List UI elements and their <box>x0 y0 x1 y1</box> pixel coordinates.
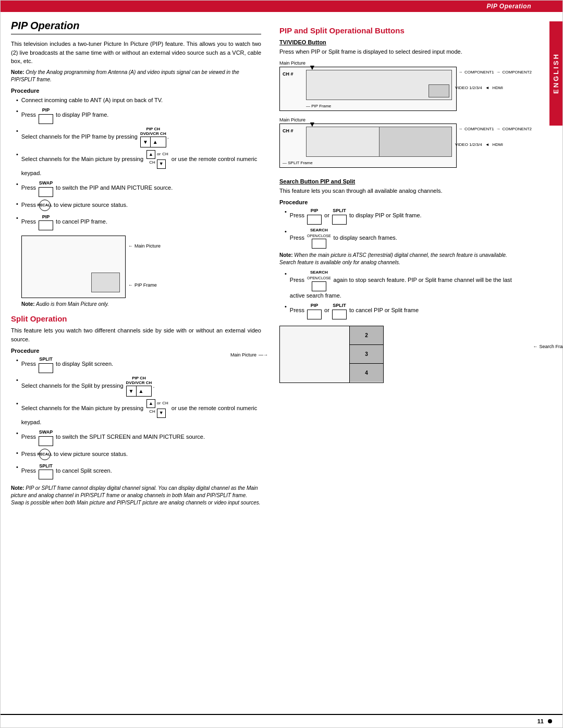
right-column: PIP and Split Operational Buttons TV/VID… <box>277 20 548 706</box>
pip-cancel-button-inline: PIP <box>39 214 53 231</box>
tv-video-diagram-split: Main Picture ▼ CH # — SPLIT Frame <box>279 117 522 168</box>
main-content: PIP Operation This television includes a… <box>1 12 562 714</box>
list-item: Press PIP or SPLIT to display PIP or Spl… <box>285 207 522 225</box>
list-item: Select channels for the Main picture by … <box>16 399 261 427</box>
procedure-search-list: Press PIP or SPLIT to display PIP or Spl… <box>279 207 522 249</box>
procedure-search-title: Procedure <box>279 199 522 205</box>
procedure-split-list: Press SPLIT to display Split screen. Sel… <box>11 356 261 479</box>
split-cancel-search-btn: SPLIT <box>332 302 347 319</box>
pip-button-inline: PIP <box>39 107 53 124</box>
note3: Note: PIP or SPLIT frame cannot display … <box>11 485 261 507</box>
procedure-search-list-2: Press SEARCH OPEN/CLOSE again to stop se… <box>279 269 522 319</box>
pip-ch-button: PIP CH DVD/VCR CH ▼ ▲ <box>140 127 166 147</box>
swap-button-inline: SWAP <box>39 180 53 197</box>
tv-video-subsection-title: TV/VIDEO Button <box>279 39 522 45</box>
procedure-pip-list: Connect incoming cable to ANT (A) input … <box>11 96 261 231</box>
ch-up-down-split: ▲ or CH CH ▼ <box>146 399 168 418</box>
pip-cancel-search-btn: PIP <box>307 302 322 319</box>
header-section-label: PIP Operation <box>487 3 531 10</box>
english-tab: ENGLISH <box>549 21 562 126</box>
pip-search-btn: PIP <box>307 207 322 225</box>
list-item: Press SWAP to switch the PIP and MAIN PI… <box>16 180 261 197</box>
page-title: PIP Operation <box>11 20 261 34</box>
recall-split-button: RECALL <box>39 449 51 460</box>
recall-button-inline: RECALL <box>39 200 51 211</box>
pip-split-section-title: PIP and Split Operational Buttons <box>279 26 522 35</box>
pip-ch-split-button: PIP CH DVD/VCR CH ▼ ▲ <box>126 376 152 397</box>
list-item: Select channels for the PIP frame by pre… <box>16 127 261 147</box>
split-section-title: Split Operation <box>11 314 261 323</box>
list-item: Connect incoming cable to ANT (A) input … <box>16 96 261 105</box>
list-item: Press SEARCH OPEN/CLOSE to display searc… <box>285 227 522 249</box>
procedure-pip-title: Procedure <box>11 88 261 94</box>
search-diagram: 2 3 4 Main Picture —→ ← Search Frames <box>279 326 522 383</box>
note2: Note: Audio is from Main Picture only. <box>21 301 261 308</box>
list-item: Press SPLIT to display Split screen. <box>16 356 261 373</box>
search-note: Note: When the main picture is ATSC (ter… <box>279 252 522 266</box>
footer-dot <box>548 719 552 723</box>
search-subsection-title: Search Button PIP and Split <box>279 178 522 184</box>
list-item: Select channels for the Split by pressin… <box>16 376 261 397</box>
list-item: Press SPLIT to cancel Split screen. <box>16 463 261 480</box>
pip-frame-label: ← PIP Frame <box>128 282 157 288</box>
main-picture-label: ← Main Picture <box>128 243 161 249</box>
page-number-area: 11 <box>537 718 552 724</box>
split-display-button: SPLIT <box>39 356 53 373</box>
list-item: Press SWAP to switch the SPLIT SCREEN an… <box>16 429 261 446</box>
procedure-split-title: Procedure <box>11 348 261 354</box>
page-footer: 11 <box>1 714 562 727</box>
pip-diagram: ← Main Picture ← PIP Frame <box>21 236 261 298</box>
page-container: PIP Operation ENGLISH PIP Operation This… <box>0 0 563 728</box>
list-item: Press PIP to cancel PIP frame. <box>16 214 261 231</box>
search-open-close-btn1: SEARCH OPEN/CLOSE <box>307 227 331 249</box>
list-item: Press PIP or SPLIT to cancel PIP or Spli… <box>285 302 522 319</box>
ch-up-down: ▲ or CH CH ▼ <box>146 150 168 169</box>
list-item: Select channels for the Main picture by … <box>16 150 261 178</box>
note1: Note: Only the Analog programming from A… <box>11 69 261 83</box>
tv-video-text: Press when PIP or Split frame is display… <box>279 47 522 56</box>
list-item: Press SEARCH OPEN/CLOSE again to stop se… <box>285 269 522 300</box>
tv-video-diagram-pip: Main Picture ▼ CH # — PIP Frame → <box>279 60 522 111</box>
split-cancel-button: SPLIT <box>39 463 53 480</box>
top-header: PIP Operation <box>1 1 562 12</box>
split-intro: This feature lets you watch two differen… <box>11 326 261 343</box>
search-open-close-btn2: SEARCH OPEN/CLOSE <box>307 269 331 291</box>
page-number: 11 <box>537 718 544 724</box>
list-item: Press RECALL to view picture source stat… <box>16 449 261 460</box>
intro-paragraph: This television includes a two-tuner Pic… <box>11 40 261 66</box>
search-text: This feature lets you scan through all a… <box>279 187 522 195</box>
list-item: Press RECALL to view picture source stat… <box>16 200 261 211</box>
swap-split-button: SWAP <box>39 429 53 446</box>
left-column: PIP Operation This television includes a… <box>11 20 266 706</box>
list-item: Press PIP to display PIP frame. <box>16 107 261 124</box>
split-search-btn: SPLIT <box>332 207 347 225</box>
